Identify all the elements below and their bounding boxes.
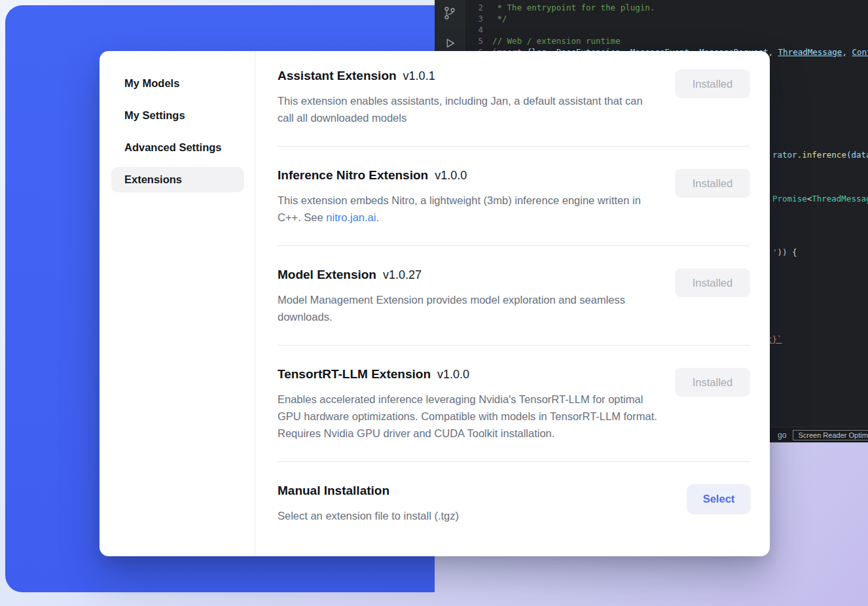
- extension-title: Assistant Extensionv1.0.1: [278, 68, 659, 84]
- sidebar-item-advanced-settings[interactable]: Advanced Settings: [111, 135, 244, 160]
- nitro-jan-ai-link[interactable]: nitro.jan.ai.: [326, 211, 379, 223]
- extension-version: v1.0.0: [437, 368, 469, 381]
- extension-title: Model Extensionv1.0.27: [278, 267, 659, 283]
- extension-description: Enables accelerated inference leveraging…: [278, 391, 659, 442]
- screen-reader-badge: Screen Reader Optimized: [793, 430, 868, 440]
- manual-installation-title: Manual Installation: [278, 483, 459, 499]
- installed-button[interactable]: Installed: [675, 368, 750, 397]
- select-file-button[interactable]: Select: [687, 484, 750, 513]
- manual-installation-info: Manual Installation Select an extension …: [278, 483, 459, 524]
- extension-version: v1.0.1: [403, 69, 435, 82]
- code-line: 3 */: [465, 13, 868, 24]
- sidebar-item-extensions[interactable]: Extensions: [111, 167, 244, 192]
- extension-name: Inference Nitro Extension: [278, 168, 428, 182]
- extension-name: Assistant Extension: [278, 69, 397, 82]
- extension-row-model: Model Extensionv1.0.27 Model Management …: [278, 246, 750, 346]
- status-item: go: [778, 431, 786, 440]
- sidebar-item-my-models[interactable]: My Models: [111, 71, 244, 96]
- code-line: 2 * The entrypoint for the plugin.: [465, 2, 868, 13]
- code-fragment: ')) {: [772, 247, 797, 257]
- extension-title: Inference Nitro Extensionv1.0.0: [278, 168, 659, 183]
- sidebar-item-my-settings[interactable]: My Settings: [111, 103, 244, 128]
- installed-button[interactable]: Installed: [675, 69, 750, 98]
- installed-button[interactable]: Installed: [675, 169, 750, 198]
- extension-info: Model Extensionv1.0.27 Model Management …: [278, 267, 659, 325]
- extension-row-inference-nitro: Inference Nitro Extensionv1.0.0 This ext…: [278, 147, 750, 246]
- code-fragment: rator.inference(data));: [772, 150, 868, 160]
- extensions-list: Assistant Extensionv1.0.1 This extension…: [255, 51, 770, 556]
- source-control-icon: [443, 6, 457, 23]
- settings-modal: My Models My Settings Advanced Settings …: [99, 51, 770, 556]
- extension-title: TensortRT-LLM Extensionv1.0.0: [278, 366, 659, 382]
- settings-sidebar: My Models My Settings Advanced Settings …: [99, 51, 255, 556]
- extension-name: TensortRT-LLM Extension: [278, 367, 431, 381]
- extension-info: Assistant Extensionv1.0.1 This extension…: [278, 68, 659, 126]
- extension-description: Model Management Extension provides mode…: [278, 291, 659, 325]
- extension-version: v1.0.0: [435, 169, 467, 182]
- code-line: 5// Web / extension runtime: [465, 35, 868, 46]
- code-fragment: Promise<ThreadMessage>: [772, 194, 868, 204]
- manual-installation-name: Manual Installation: [278, 484, 389, 497]
- extension-description: This extension embeds Nitro, a lightweig…: [278, 192, 659, 226]
- manual-installation-description: Select an extension file to install (.tg…: [278, 507, 459, 524]
- page: 2 * The entrypoint for the plugin.3 */45…: [0, 0, 868, 606]
- installed-button[interactable]: Installed: [675, 268, 750, 297]
- code-line: 4: [465, 24, 868, 35]
- extension-version: v1.0.27: [383, 268, 422, 281]
- extension-name: Model Extension: [278, 268, 376, 281]
- manual-installation-row: Manual Installation Select an extension …: [278, 462, 750, 544]
- extension-description: This extension enables assistants, inclu…: [278, 92, 659, 126]
- extension-info: Inference Nitro Extensionv1.0.0 This ext…: [278, 168, 659, 226]
- extension-info: TensortRT-LLM Extensionv1.0.0 Enables ac…: [278, 366, 659, 442]
- extension-row-tensorrt-llm: TensortRT-LLM Extensionv1.0.0 Enables ac…: [278, 346, 750, 462]
- extension-row-assistant: Assistant Extensionv1.0.1 This extension…: [278, 59, 750, 147]
